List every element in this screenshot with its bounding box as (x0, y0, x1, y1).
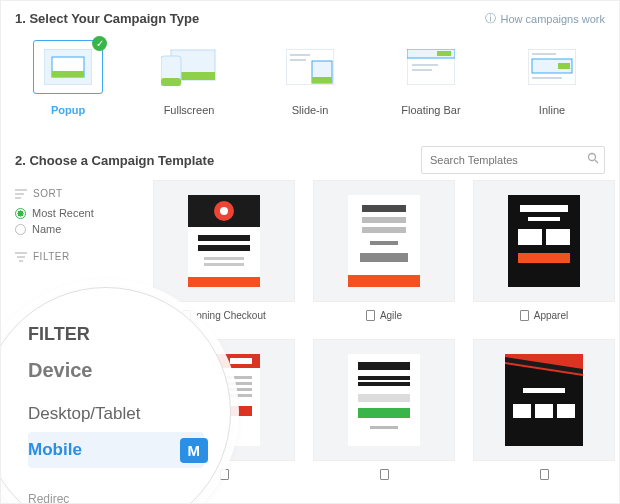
template-label: Agile (366, 310, 402, 321)
template-card[interactable]: oning Checkout (153, 180, 295, 321)
svg-rect-44 (360, 253, 408, 262)
template-card[interactable]: Agile (313, 180, 455, 321)
campaign-type-inline[interactable]: Inline (507, 40, 597, 116)
svg-rect-62 (358, 362, 410, 370)
search-input[interactable] (421, 146, 605, 174)
info-icon: ⓘ (485, 11, 496, 26)
campaign-type-label: Inline (539, 104, 565, 116)
device-option-desktop[interactable]: Desktop/Tablet (28, 396, 204, 432)
svg-rect-49 (518, 229, 542, 245)
filter-heading: FILTER (15, 251, 135, 262)
svg-rect-72 (513, 404, 531, 418)
sort-option-label: Name (32, 223, 61, 235)
svg-rect-6 (161, 78, 181, 86)
device-option-mobile[interactable]: Mobile M (28, 432, 204, 468)
sort-option-label: Most Recent (32, 207, 94, 219)
svg-rect-74 (557, 404, 575, 418)
how-campaigns-work-link[interactable]: ⓘ How campaigns work (485, 11, 605, 26)
template-card[interactable]: Apparel (473, 180, 615, 321)
device-option-label: Mobile (28, 440, 82, 459)
campaign-type-label: Fullscreen (164, 104, 215, 116)
step2-title: 2. Choose a Campaign Template (15, 153, 214, 168)
campaign-type-label: Slide-in (292, 104, 329, 116)
svg-rect-34 (198, 235, 250, 241)
svg-rect-2 (52, 71, 84, 77)
template-label: Apparel (520, 310, 568, 321)
svg-rect-67 (370, 426, 398, 429)
svg-rect-21 (532, 77, 562, 79)
svg-rect-43 (370, 241, 398, 245)
device-heading: Device (28, 359, 204, 382)
radio-icon (15, 208, 26, 219)
svg-rect-48 (528, 217, 560, 221)
svg-rect-20 (558, 63, 570, 69)
campaign-type-row: ✓ Popup Fullscreen (1, 32, 619, 146)
inline-icon (517, 40, 587, 94)
campaign-type-popup[interactable]: ✓ Popup (23, 40, 113, 116)
help-link-label: How campaigns work (500, 13, 605, 25)
campaign-type-label: Popup (51, 104, 85, 116)
check-icon: ✓ (92, 36, 107, 51)
template-thumb (313, 180, 455, 302)
svg-rect-55 (230, 358, 252, 364)
search-templates[interactable] (421, 146, 605, 174)
svg-point-33 (220, 207, 228, 215)
template-thumb (473, 339, 615, 461)
filter-icon (15, 252, 27, 262)
sort-most-recent[interactable]: Most Recent (15, 207, 135, 219)
svg-rect-45 (348, 275, 420, 287)
template-thumb (313, 339, 455, 461)
svg-rect-9 (290, 59, 306, 61)
campaign-type-floating[interactable]: Floating Bar (386, 40, 476, 116)
svg-rect-11 (312, 77, 332, 83)
svg-rect-38 (188, 277, 260, 287)
svg-rect-50 (546, 229, 570, 245)
redirect-label: Redirec (28, 492, 204, 504)
campaign-type-label: Floating Bar (401, 104, 460, 116)
template-label (220, 469, 229, 480)
template-card[interactable] (313, 339, 455, 480)
radio-icon (15, 224, 26, 235)
svg-rect-16 (412, 69, 432, 71)
template-thumb (473, 180, 615, 302)
floating-icon (396, 40, 466, 94)
svg-rect-51 (518, 253, 570, 263)
svg-rect-15 (412, 64, 438, 66)
popup-icon (33, 40, 103, 94)
sort-icon (15, 189, 27, 199)
svg-point-22 (589, 154, 596, 161)
svg-rect-18 (532, 53, 556, 55)
fullscreen-icon (154, 40, 224, 94)
mobile-badge: M (180, 438, 209, 463)
svg-rect-63 (358, 376, 410, 380)
sort-name[interactable]: Name (15, 223, 135, 235)
svg-rect-64 (358, 382, 410, 386)
campaign-type-fullscreen[interactable]: Fullscreen (144, 40, 234, 116)
svg-rect-36 (204, 257, 244, 260)
svg-rect-41 (362, 217, 406, 223)
svg-rect-35 (198, 245, 250, 251)
svg-line-23 (595, 160, 598, 163)
svg-rect-66 (358, 408, 410, 418)
template-label (540, 469, 549, 480)
template-label: oning Checkout (182, 310, 266, 321)
campaign-type-slidein[interactable]: Slide-in (265, 40, 355, 116)
svg-rect-47 (520, 205, 568, 212)
sort-heading: SORT (15, 188, 135, 199)
template-card[interactable] (473, 339, 615, 480)
search-icon (587, 152, 599, 164)
svg-rect-8 (290, 54, 310, 56)
svg-rect-37 (204, 263, 244, 266)
svg-rect-73 (535, 404, 553, 418)
filter-heading: FILTER (28, 324, 204, 345)
template-thumb (153, 180, 295, 302)
svg-rect-42 (362, 227, 406, 233)
svg-rect-14 (437, 51, 451, 56)
svg-rect-40 (362, 205, 406, 212)
step1-title: 1. Select Your Campaign Type (15, 11, 199, 26)
svg-rect-65 (358, 394, 410, 402)
slidein-icon (275, 40, 345, 94)
svg-rect-71 (523, 388, 565, 393)
template-label (380, 469, 389, 480)
